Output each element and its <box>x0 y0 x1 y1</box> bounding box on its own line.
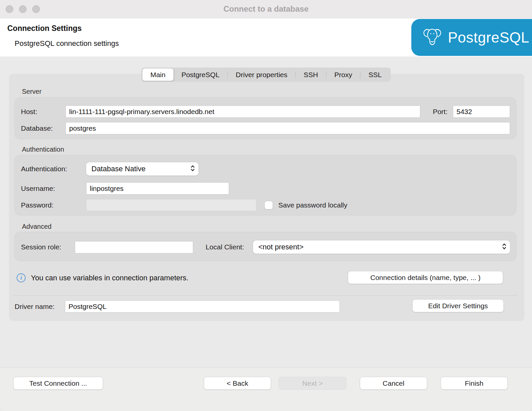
cancel-button[interactable]: Cancel <box>360 377 427 390</box>
tab-proxy[interactable]: Proxy <box>326 68 360 81</box>
authentication-group: Authentication: Database Native Username… <box>15 155 516 215</box>
tab-postgresql[interactable]: PostgreSQL <box>174 68 227 81</box>
port-input[interactable] <box>453 105 510 118</box>
settings-tab-bar: Main PostgreSQL Driver properties SSH Pr… <box>141 68 391 82</box>
zoom-window-icon[interactable] <box>32 5 40 13</box>
window-title: Connect to a database <box>0 4 532 14</box>
variables-hint-text: You can use variables in connection para… <box>31 274 189 282</box>
page-subtitle: PostgreSQL connection settings <box>15 39 119 48</box>
dialog-header: Connection Settings PostgreSQL connectio… <box>0 18 532 57</box>
info-icon: i <box>17 273 26 282</box>
page-title: Connection Settings <box>7 24 82 33</box>
main-tab-panel: Server Host: Port: Database: Authenticat… <box>9 74 524 321</box>
test-connection-button[interactable]: Test Connection ... <box>13 377 103 390</box>
host-label: Host: <box>21 108 66 116</box>
authentication-label: Authentication: <box>21 165 86 173</box>
postgresql-elephant-icon <box>422 27 443 49</box>
username-label: Username: <box>21 185 86 193</box>
postgresql-logo: PostgreSQL <box>411 19 532 56</box>
back-button[interactable]: < Back <box>204 377 271 390</box>
close-window-icon[interactable] <box>6 5 13 13</box>
save-password-checkbox[interactable] <box>265 201 273 209</box>
dialog-content: Main PostgreSQL Driver properties SSH Pr… <box>0 57 532 367</box>
local-client-select[interactable]: <not present> <box>253 240 510 254</box>
tab-main[interactable]: Main <box>142 68 174 81</box>
edit-driver-settings-button[interactable]: Edit Driver Settings <box>412 299 504 312</box>
username-input[interactable] <box>86 182 229 195</box>
server-group-label: Server <box>22 88 42 95</box>
variables-hint: i You can use variables in connection pa… <box>17 273 189 282</box>
password-input[interactable] <box>86 199 256 211</box>
advanced-group-label: Advanced <box>22 223 52 230</box>
authentication-select[interactable]: Database Native <box>86 162 199 176</box>
authentication-selected-value: Database Native <box>91 165 186 173</box>
driver-name-label: Driver name: <box>15 303 65 311</box>
save-password-label: Save password locally <box>278 201 347 209</box>
driver-name-input[interactable] <box>65 300 340 313</box>
tab-driver-properties[interactable]: Driver properties <box>228 68 295 81</box>
chevron-updown-icon <box>502 242 507 252</box>
advanced-group: Session role: Local Client: <not present… <box>15 232 516 261</box>
postgresql-logo-text: PostgreSQL <box>448 29 529 46</box>
database-input[interactable] <box>66 122 510 134</box>
session-role-label: Session role: <box>21 243 75 251</box>
driver-section-divider <box>13 295 518 296</box>
tab-ssl[interactable]: SSL <box>360 68 390 81</box>
finish-button[interactable]: Finish <box>441 377 508 390</box>
chevron-updown-icon <box>190 164 195 174</box>
window-titlebar: Connect to a database <box>0 0 532 18</box>
local-client-label: Local Client: <box>199 243 244 251</box>
local-client-selected-value: <not present> <box>258 243 497 251</box>
port-label: Port: <box>428 108 448 116</box>
minimize-window-icon[interactable] <box>19 5 27 13</box>
database-label: Database: <box>21 124 66 132</box>
host-input[interactable] <box>66 105 420 118</box>
tab-ssh[interactable]: SSH <box>296 68 326 81</box>
password-label: Password: <box>21 201 86 209</box>
dialog-button-bar: Test Connection ... < Back Next > Cancel… <box>0 367 532 411</box>
connection-details-button[interactable]: Connection details (name, type, ... ) <box>348 271 503 284</box>
server-group: Host: Port: Database: <box>15 97 516 139</box>
authentication-group-label: Authentication <box>22 146 64 153</box>
session-role-input[interactable] <box>75 241 193 253</box>
next-button[interactable]: Next > <box>279 377 346 390</box>
